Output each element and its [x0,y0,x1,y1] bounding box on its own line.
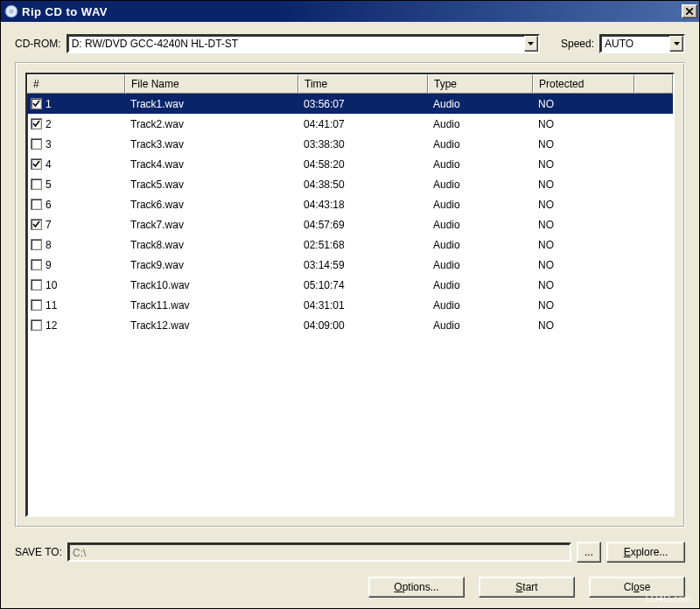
cdrom-dropdown[interactable]: D: RW/DVD GCC-4240N HL-DT-ST [66,34,540,53]
cdrom-value: D: RW/DVD GCC-4240N HL-DT-ST [72,38,524,50]
column-header-protected[interactable]: Protected [533,74,634,94]
track-time: 04:38:50 [298,178,428,191]
track-checkbox[interactable] [31,219,42,230]
track-checkbox[interactable] [31,259,42,270]
options-button[interactable]: Options... [368,577,465,598]
speed-label: Speed: [561,38,594,50]
track-type: Audio [428,319,533,332]
column-header-filename[interactable]: File Name [125,74,298,94]
close-dialog-button[interactable]: Close [589,577,685,598]
track-filename: Track1.wav [125,98,298,110]
chevron-down-icon[interactable] [669,36,683,52]
track-filename: Track10.wav [125,279,298,291]
track-number: 2 [46,118,52,130]
track-filename: Track7.wav [125,219,298,231]
track-number: 10 [46,279,57,291]
track-type: Audio [428,178,533,191]
track-number: 7 [46,219,52,231]
track-checkbox[interactable] [31,319,42,331]
track-type: Audio [428,199,533,211]
save-row: SAVE TO: C:\ ... Explore... [15,542,685,563]
track-filename: Track12.wav [125,319,298,332]
close-button[interactable] [682,4,697,18]
table-row[interactable]: 1Track1.wav03:56:07AudioNO [27,94,673,114]
explore-button[interactable]: Explore... [606,542,685,563]
track-number: 8 [46,239,52,251]
track-checkbox[interactable] [31,98,42,109]
table-row[interactable]: 9Track9.wav03:14:59AudioNO [27,255,673,275]
track-protected: NO [533,319,634,332]
track-time: 03:38:30 [298,138,428,150]
speed-dropdown[interactable]: AUTO [599,34,685,53]
top-controls-row: CD-ROM: D: RW/DVD GCC-4240N HL-DT-ST Spe… [15,34,685,53]
table-row[interactable]: 6Track6.wav04:43:18AudioNO [27,194,673,214]
track-time: 03:14:59 [298,259,428,271]
track-protected: NO [533,239,634,251]
table-row[interactable]: 2Track2.wav04:41:07AudioNO [27,114,673,134]
table-row[interactable]: 5Track5.wav04:38:50AudioNO [27,174,673,194]
track-type: Audio [428,239,533,251]
table-row[interactable]: 11Track11.wav04:31:01AudioNO [27,295,673,315]
track-protected: NO [533,199,634,211]
track-checkbox[interactable] [31,118,42,130]
track-list-frame: # File Name Time Type Protected 1Track1.… [15,62,685,528]
track-listview[interactable]: # File Name Time Type Protected 1Track1.… [25,73,675,517]
svg-point-2 [10,10,12,12]
track-number: 6 [46,199,52,211]
track-number: 1 [46,98,52,110]
track-filename: Track9.wav [125,259,298,271]
table-row[interactable]: 12Track12.wav04:09:00AudioNO [27,315,673,335]
column-header-number[interactable]: # [27,74,125,94]
browse-button[interactable]: ... [577,542,601,563]
table-row[interactable]: 4Track4.wav04:58:20AudioNO [27,154,673,174]
track-checkbox[interactable] [31,199,42,210]
track-type: Audio [428,279,533,291]
track-type: Audio [428,259,533,271]
column-header-time[interactable]: Time [298,74,428,94]
save-to-label: SAVE TO: [15,546,62,558]
track-time: 03:56:07 [298,98,428,110]
column-header-type[interactable]: Type [428,74,533,94]
track-protected: NO [533,299,634,312]
track-filename: Track8.wav [125,239,298,251]
track-time: 02:51:68 [298,239,428,251]
save-path-field[interactable]: C:\ [67,542,571,562]
table-row[interactable]: 8Track8.wav02:51:68AudioNO [27,234,673,255]
track-filename: Track5.wav [125,178,298,191]
bottom-button-row: Options... Start Close [15,577,685,598]
track-type: Audio [428,138,533,150]
listview-header[interactable]: # File Name Time Type Protected [27,74,673,94]
listview-body[interactable]: 1Track1.wav03:56:07AudioNO2Track2.wav04:… [27,94,673,515]
track-type: Audio [428,98,533,110]
disc-icon [4,4,18,18]
track-type: Audio [428,299,533,312]
track-time: 05:10:74 [298,279,428,291]
table-row[interactable]: 10Track10.wav05:10:74AudioNO [27,275,673,295]
track-protected: NO [533,138,634,150]
track-filename: Track11.wav [125,299,298,312]
track-number: 3 [46,138,52,150]
track-time: 04:31:01 [298,299,428,312]
start-button[interactable]: Start [479,577,575,598]
track-time: 04:58:20 [298,158,428,171]
track-type: Audio [428,118,533,130]
track-checkbox[interactable] [31,138,42,150]
track-filename: Track6.wav [125,199,298,211]
track-checkbox[interactable] [31,178,42,190]
title-bar[interactable]: Rip CD to WAV [1,1,699,22]
track-checkbox[interactable] [31,158,42,170]
track-checkbox[interactable] [31,239,42,250]
track-checkbox[interactable] [31,299,42,311]
track-protected: NO [533,219,634,231]
track-protected: NO [533,118,634,130]
track-protected: NO [533,98,634,110]
track-time: 04:41:07 [298,118,428,130]
track-checkbox[interactable] [31,279,42,290]
table-row[interactable]: 7Track7.wav04:57:69AudioNO [27,214,673,234]
track-number: 12 [46,319,57,332]
track-time: 04:57:69 [298,219,428,231]
track-filename: Track4.wav [125,158,298,171]
chevron-down-icon[interactable] [524,36,538,52]
track-time: 04:43:18 [298,199,428,211]
table-row[interactable]: 3Track3.wav03:38:30AudioNO [27,134,673,154]
